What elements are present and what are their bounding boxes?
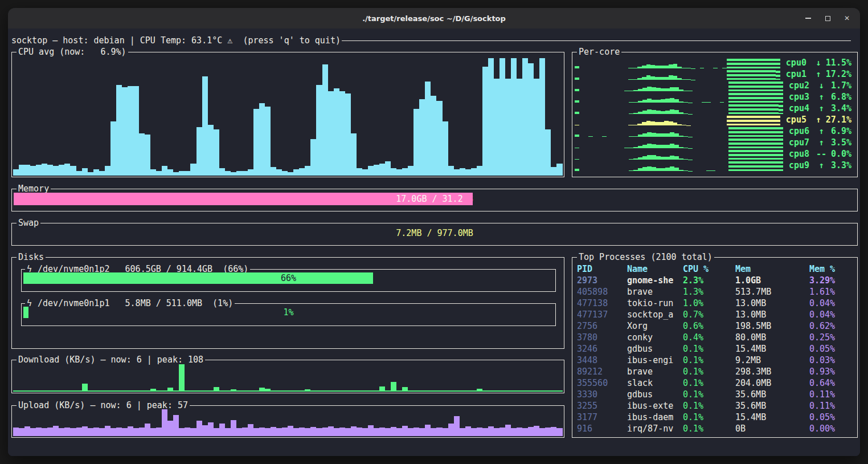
cpu-avg-bar xyxy=(88,172,93,176)
cpu2-spark-bar xyxy=(647,87,652,91)
cpu3-spark-bar xyxy=(769,93,774,103)
download-bar xyxy=(385,390,391,392)
cpu8-spark-bar xyxy=(733,150,738,160)
cpu8-spark-bar xyxy=(652,155,656,160)
upload-bar xyxy=(505,425,511,436)
download-bar xyxy=(110,390,116,392)
process-pid: 477137 xyxy=(577,309,627,320)
cpu9-sparkline xyxy=(575,161,783,171)
cpu7-spark-bar xyxy=(647,144,652,148)
close-button[interactable]: ✕ xyxy=(840,11,854,26)
cpu-avg-bar xyxy=(30,166,36,176)
cpu5-spark-bar xyxy=(735,116,740,125)
cpu0-spark-bar xyxy=(669,64,673,68)
download-bar xyxy=(214,387,219,392)
process-row: 355560slack0.1%204.0MB0.64% xyxy=(577,377,855,389)
download-bar xyxy=(419,390,425,392)
cpu8-sparkline xyxy=(575,149,783,160)
cpu-avg-bar xyxy=(448,166,454,176)
upload-bar xyxy=(208,422,214,437)
download-bar xyxy=(477,389,482,392)
cpu0-spark-bar xyxy=(744,59,749,68)
swap-gauge: 7.2MB / 977.0MB xyxy=(14,227,855,239)
upload-bar xyxy=(110,428,116,436)
upload-bar xyxy=(93,428,99,436)
process-cpu: 0.1% xyxy=(683,400,735,412)
cpu5-spark-bar xyxy=(727,116,731,125)
cpu2-spark-bar xyxy=(674,87,679,91)
upload-bar xyxy=(265,428,271,436)
process-mem: 298.3MB xyxy=(735,366,809,377)
download-bar xyxy=(36,390,42,392)
process-pid: 2973 xyxy=(577,275,627,286)
cpu-avg-bar xyxy=(425,82,431,176)
process-cpu: 0.1% xyxy=(683,423,735,434)
cpu-avg-bar xyxy=(488,58,494,176)
cpu6-spark-bar xyxy=(733,127,738,137)
upload-bar xyxy=(443,428,448,436)
process-name: ibus-engi xyxy=(627,355,683,366)
window-titlebar[interactable]: ./target/release/soc ~/D/G/socktop ✕ xyxy=(8,8,860,29)
cpu2-label: cpu2↓1.7% xyxy=(783,80,854,91)
upload-bar xyxy=(105,426,110,436)
process-cpu: 0.4% xyxy=(683,332,735,343)
download-bar xyxy=(293,390,299,392)
download-bar xyxy=(236,390,242,392)
cpu-avg-bar xyxy=(150,169,156,176)
cpu9-spark-bar xyxy=(679,170,683,171)
app-header: socktop — host: debian | CPU Temp: 63.1°… xyxy=(11,35,851,46)
cpu5-spark-bar xyxy=(646,121,651,125)
cpu9-spark-bar xyxy=(760,161,765,171)
maximize-button[interactable] xyxy=(820,11,835,26)
download-bar xyxy=(105,390,110,392)
process-name: gdbus xyxy=(627,389,683,400)
cpu6-spark-bar xyxy=(742,127,747,137)
cpu2-spark-bar xyxy=(747,82,751,91)
cpu3-spark-bar xyxy=(738,93,742,103)
cpu1-spark-bar xyxy=(727,70,731,80)
upload-bar xyxy=(391,427,396,436)
cpu-avg-bar xyxy=(351,133,357,176)
process-row: 2973gnome-she2.3%1.0GB3.29% xyxy=(577,275,855,286)
header-rule xyxy=(342,40,851,41)
minimize-button[interactable] xyxy=(801,11,816,26)
cpu4-spark-bar xyxy=(769,104,774,114)
download-bar xyxy=(351,390,357,392)
cpu2-spark-bar xyxy=(728,82,733,91)
upload-bar xyxy=(145,424,150,436)
cpu9-spark-bar xyxy=(774,161,779,171)
download-bar xyxy=(202,390,208,392)
trend-flat-icon: -- xyxy=(814,148,829,160)
cpu3-spark-bar xyxy=(665,99,670,103)
upload-bar xyxy=(299,428,305,436)
upload-bar xyxy=(139,428,145,436)
upload-bar xyxy=(517,428,522,436)
process-name: conky xyxy=(627,332,683,343)
upload-bar xyxy=(396,428,402,436)
cpu5-label: cpu5↑27.1% xyxy=(780,114,854,125)
cpu9-spark-bar xyxy=(738,161,742,171)
process-mem: 15.4MB xyxy=(735,412,809,423)
download-bar xyxy=(173,390,179,392)
process-name: irq/87-nv xyxy=(627,423,683,434)
core-name: cpu7 xyxy=(789,137,814,148)
download-bar xyxy=(556,390,562,392)
upload-bar xyxy=(196,421,202,436)
memory-gauge: 17.0GB / 31.2GB xyxy=(14,193,855,205)
core-name: cpu9 xyxy=(789,160,814,171)
cpu1-spark-bar xyxy=(744,70,749,80)
core-usage-value: 1.7% xyxy=(829,80,854,91)
download-bar xyxy=(339,390,345,392)
cpu9-spark-bar xyxy=(638,168,642,171)
upload-bar xyxy=(539,428,545,436)
cpu3-spark-bar xyxy=(774,93,779,103)
process-mem-percent: 0.64% xyxy=(809,377,855,389)
cpu-avg-bar xyxy=(293,169,299,176)
cpu-avg-bar xyxy=(419,99,425,176)
cpu8-spark-bar xyxy=(742,150,747,160)
upload-bar xyxy=(167,421,173,436)
cpu-avg-bar xyxy=(36,165,42,176)
cpu8-spark-bar xyxy=(747,150,751,160)
process-mem: 513.7MB xyxy=(735,286,809,298)
cpu-avg-bar xyxy=(494,79,499,176)
